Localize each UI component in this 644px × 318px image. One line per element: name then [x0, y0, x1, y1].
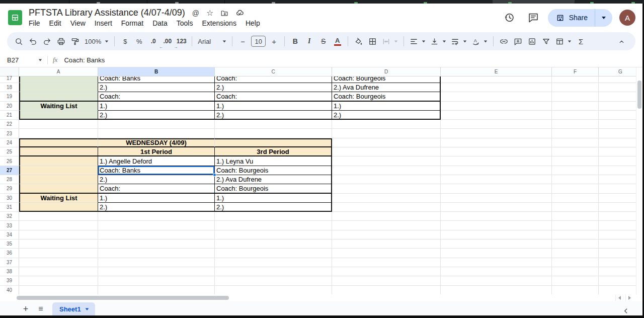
row-header-35[interactable]: 35	[0, 240, 19, 249]
cell-B24[interactable]: WEDNESDAY (4/09)	[98, 138, 215, 147]
cell-A34[interactable]	[19, 230, 98, 240]
cell-B28[interactable]: 2.)	[98, 175, 215, 184]
text-wrap-icon[interactable]	[449, 35, 469, 48]
menu-file[interactable]: File	[24, 19, 45, 29]
font-size-input[interactable]: 10	[251, 36, 266, 47]
account-avatar[interactable]: A	[619, 10, 635, 26]
cell-B25[interactable]: 1st Period	[98, 147, 215, 156]
cell-D31[interactable]	[332, 203, 441, 212]
cell-E23[interactable]	[441, 129, 552, 138]
cell-D24[interactable]	[332, 138, 441, 147]
cell-B31[interactable]: 2.)	[98, 203, 215, 212]
cell-D39[interactable]	[332, 276, 441, 285]
cell-F18[interactable]	[552, 83, 599, 92]
cell-F17[interactable]	[552, 76, 599, 83]
cell-E31[interactable]	[441, 203, 552, 212]
cell-B23[interactable]	[98, 129, 215, 138]
cell-B19[interactable]: Coach:	[98, 92, 215, 101]
cell-C40[interactable]	[215, 286, 332, 294]
borders-icon[interactable]	[366, 35, 379, 48]
decrease-font-size-button[interactable]: −	[236, 35, 250, 48]
font-select[interactable]: Arial	[196, 35, 228, 48]
cell-C20[interactable]: 1.)	[215, 102, 332, 111]
cell-D20[interactable]: 1.)	[332, 102, 441, 111]
text-rotation-icon[interactable]: A	[469, 35, 490, 48]
cell-C22[interactable]	[215, 120, 332, 129]
cell-E26[interactable]	[441, 156, 552, 166]
fill-handle[interactable]	[213, 173, 216, 177]
cell-D36[interactable]	[332, 249, 441, 258]
cell-B40[interactable]	[98, 286, 215, 294]
row-header-31[interactable]: 31	[0, 203, 19, 212]
cell-F39[interactable]	[552, 276, 599, 285]
cell-A40[interactable]	[19, 286, 98, 294]
cell-D17[interactable]: Coach: Bourgeois	[332, 76, 441, 83]
cell-F34[interactable]	[552, 230, 599, 240]
cell-E17[interactable]	[441, 76, 552, 83]
cell-E35[interactable]	[441, 240, 552, 249]
more-formats-button[interactable]: 123	[175, 35, 188, 48]
menu-help[interactable]: Help	[241, 19, 265, 29]
cell-A29[interactable]	[19, 184, 98, 193]
row-header-30[interactable]: 30	[0, 194, 19, 203]
cell-F22[interactable]	[552, 120, 599, 129]
column-header-D[interactable]: D	[332, 67, 441, 76]
cell-D32[interactable]	[332, 212, 441, 221]
column-header-B[interactable]: B	[98, 67, 215, 76]
cell-E22[interactable]	[441, 120, 552, 129]
cell-C39[interactable]	[215, 276, 332, 285]
row-header-17[interactable]: 17	[0, 76, 19, 83]
row-header-21[interactable]: 21	[0, 111, 19, 120]
row-header-36[interactable]: 36	[0, 249, 19, 258]
row-header-19[interactable]: 19	[0, 92, 19, 101]
cell-C27[interactable]: Coach: Bourgeois	[215, 166, 332, 175]
cell-E33[interactable]	[441, 221, 552, 230]
undo-icon[interactable]	[26, 35, 40, 48]
star-icon[interactable]: ☆	[206, 8, 213, 18]
active-browser-tab[interactable]	[493, 0, 575, 4]
cell-A21[interactable]	[19, 111, 98, 120]
row-header-25[interactable]: 25	[0, 147, 19, 156]
insert-comment-icon[interactable]	[511, 35, 525, 48]
row-header-22[interactable]: 22	[0, 120, 19, 129]
all-sheets-icon[interactable]: ≡	[33, 301, 48, 316]
column-header-C[interactable]: C	[215, 67, 332, 76]
column-header-F[interactable]: F	[552, 67, 599, 76]
bold-button[interactable]: B	[288, 35, 302, 48]
row-header-26[interactable]: 26	[0, 156, 19, 166]
cell-A19[interactable]	[19, 92, 98, 101]
cell-C34[interactable]	[215, 230, 332, 240]
cell-C30[interactable]: 1.)	[215, 194, 332, 203]
column-header-E[interactable]: E	[441, 67, 552, 76]
vertical-align-icon[interactable]	[428, 35, 448, 48]
cell-B29[interactable]: Coach:	[98, 184, 215, 193]
row-header-32[interactable]: 32	[0, 212, 19, 221]
row-header-27[interactable]: 27	[0, 166, 19, 175]
share-dropdown-button[interactable]	[595, 9, 612, 27]
cell-B38[interactable]	[98, 267, 215, 276]
sheet-tab-sheet1[interactable]: Sheet1	[52, 302, 95, 316]
cell-F35[interactable]	[552, 240, 599, 249]
cell-F21[interactable]	[552, 111, 599, 120]
increase-font-size-button[interactable]: +	[267, 35, 281, 48]
version-history-icon[interactable]	[500, 8, 519, 27]
strikethrough-button[interactable]: S	[316, 35, 330, 48]
insert-link-icon[interactable]	[497, 35, 511, 48]
menu-format[interactable]: Format	[117, 19, 148, 29]
increase-decimal-button[interactable]: .00	[160, 35, 174, 48]
cell-C31[interactable]: 2.)	[215, 203, 332, 212]
zoom-select[interactable]: 100%	[83, 35, 111, 48]
row-header-38[interactable]: 38	[0, 267, 19, 276]
comment-history-icon[interactable]	[524, 8, 543, 27]
name-box[interactable]: B27	[7, 56, 45, 64]
cell-D34[interactable]	[332, 230, 441, 240]
cell-B36[interactable]	[98, 249, 215, 258]
cell-A23[interactable]	[19, 129, 98, 138]
cell-B20[interactable]: 1.)	[98, 102, 215, 111]
cell-B34[interactable]	[98, 230, 215, 240]
cell-C18[interactable]: 2.)	[215, 83, 332, 92]
cell-F37[interactable]	[552, 258, 599, 267]
cell-D29[interactable]	[332, 184, 441, 193]
cell-E19[interactable]	[441, 92, 552, 101]
cell-A32[interactable]	[19, 212, 98, 221]
